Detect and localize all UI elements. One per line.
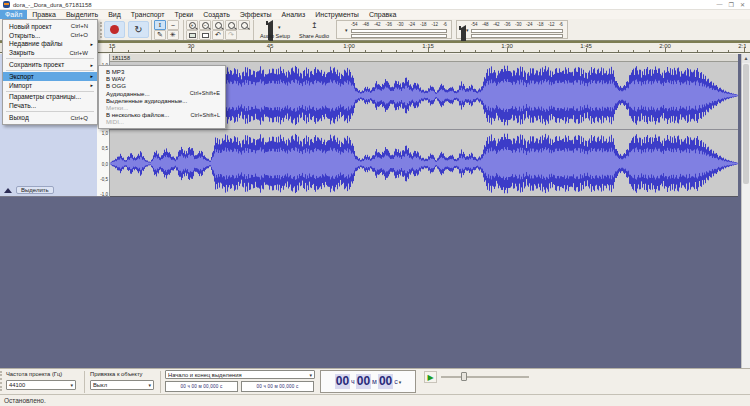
multi-tool-button[interactable]: ✳ <box>167 30 179 40</box>
menubar-item-5[interactable]: Треки <box>170 10 199 19</box>
file-menu-item-8[interactable]: Печать... <box>3 101 97 110</box>
window-title: dora_-_Dora_dura_67181158 <box>13 2 92 8</box>
export-submenu-item-1[interactable]: В WAV <box>99 75 225 82</box>
export-submenu-item-5: Метки... <box>99 104 225 111</box>
track-select-button[interactable]: Выделить <box>16 186 54 194</box>
playback-meter-bar-right <box>471 34 563 38</box>
vertical-scrollbar[interactable]: ▲ <box>741 54 750 368</box>
maximize-button[interactable]: ❐ <box>729 1 734 8</box>
loop-button[interactable]: ↻ <box>128 21 149 38</box>
zoom-out-icon: − <box>202 22 209 29</box>
zoom-selection-button[interactable] <box>212 20 224 30</box>
export-submenu: В MP3В WAVВ OGGАудиоданные...Ctrl+Shift+… <box>98 65 226 129</box>
record-button[interactable] <box>104 21 125 38</box>
status-text: Остановлено. <box>4 397 46 404</box>
file-menu-item-0[interactable]: Новый проектCtrl+N <box>3 22 97 31</box>
menubar-item-10[interactable]: Справка <box>364 10 401 19</box>
zoom-toggle-button[interactable] <box>238 20 250 30</box>
ibeam-icon: I <box>159 21 161 29</box>
playback-meter[interactable]: ▾ -54-48-42-36-30-24-18-12-6 <box>456 20 568 39</box>
file-menu-item-9[interactable]: ВыходCtrl+Q <box>3 113 97 122</box>
recording-meter-bar-right <box>351 34 447 38</box>
playback-meter-scale: -54-48-42-36-30-24-18-12-6 <box>471 22 563 27</box>
menubar-item-3[interactable]: Вид <box>103 10 126 19</box>
file-menu-item-1[interactable]: Открыть...Ctrl+O <box>3 31 97 40</box>
undo-icon: ↶ <box>215 31 221 39</box>
share-audio-button[interactable]: ↥ Share Audio <box>296 20 332 40</box>
play-icon: ▶ <box>427 373 433 382</box>
title-bar: dora_-_Dora_dura_67181158 — ❐ ✕ <box>0 0 750 10</box>
selection-tool-button[interactable]: I <box>154 20 166 30</box>
close-button[interactable]: ✕ <box>740 1 745 8</box>
undo-button[interactable]: ↶ <box>212 30 224 40</box>
selection-start-field[interactable]: 00 ч 00 м 00,000 с <box>165 381 238 392</box>
audacity-logo-icon <box>3 1 10 8</box>
menubar-item-2[interactable]: Выделить <box>61 10 103 19</box>
export-submenu-item-3[interactable]: Аудиоданные...Ctrl+Shift+E <box>99 90 225 97</box>
file-menu-item-5[interactable]: Экспорт▸ <box>3 72 97 81</box>
export-submenu-item-4[interactable]: Выделенные аудиоданные... <box>99 97 225 104</box>
loop-icon: ↻ <box>134 25 142 35</box>
export-submenu-item-6[interactable]: В несколько файлов...Ctrl+Shift+L <box>99 111 225 118</box>
scroll-up-arrow-icon[interactable]: ▲ <box>742 54 750 63</box>
audio-setup-button[interactable]: ▾ Audio Setup <box>256 20 294 40</box>
recording-meter[interactable]: ▾ -54-48-42-36-30-24-18-12-6 <box>336 20 452 39</box>
menubar-item-0[interactable]: Файл <box>0 10 27 19</box>
export-submenu-item-0[interactable]: В MP3 <box>99 68 225 75</box>
chevron-down-icon: ▾ <box>399 379 402 385</box>
collapse-triangle-icon[interactable] <box>4 188 12 193</box>
zoom-project-button[interactable] <box>225 20 237 30</box>
redo-icon: ↷ <box>228 31 234 39</box>
menubar-item-9[interactable]: Инструменты <box>310 10 364 19</box>
file-menu-item-6[interactable]: Импорт▸ <box>3 81 97 90</box>
selection-end-field[interactable]: 00 ч 00 м 00,000 с <box>241 381 314 392</box>
timeline-scale[interactable]: 1530451:001:151:301:452:002:15 <box>97 43 746 52</box>
minimize-button[interactable]: — <box>717 1 723 8</box>
zoom-in-icon: + <box>189 22 196 29</box>
menubar-item-4[interactable]: Транспорт <box>126 10 170 19</box>
chevron-down-icon: ▾ <box>148 382 151 388</box>
redo-button[interactable]: ↷ <box>225 30 237 40</box>
file-menu-item-3[interactable]: ЗакрытьCtrl+W <box>3 48 97 57</box>
recording-meter-bar-left <box>351 29 447 33</box>
menubar-item-8[interactable]: Анализ <box>277 10 311 19</box>
project-rate-label: Частота проекта (Гц) <box>6 371 62 377</box>
record-icon <box>110 25 119 34</box>
silence-icon <box>202 33 209 38</box>
draw-tool-button[interactable]: ✎ <box>154 30 166 40</box>
window-controls: — ❐ ✕ <box>717 1 750 8</box>
menu-bar: ФайлПравкаВыделитьВидТранспортТрекиСозда… <box>0 10 750 19</box>
main-toolbar: ↻ I ~ ✎ ✳ + − ↶ ↷ ▾ Audio Setup ↥ Share … <box>0 19 750 41</box>
zoom-project-icon <box>228 22 235 29</box>
zoom-toggle-icon <box>241 22 248 29</box>
menubar-item-1[interactable]: Правка <box>27 10 61 19</box>
scrollbar-thumb[interactable] <box>743 64 749 184</box>
trim-audio-button[interactable] <box>186 30 198 40</box>
slider-thumb[interactable] <box>461 372 467 381</box>
zoom-out-button[interactable]: − <box>199 20 211 30</box>
file-menu-item-4[interactable]: Сохранить проект▸ <box>3 60 97 69</box>
project-rate-select[interactable]: 44100▾ <box>6 380 76 390</box>
export-submenu-item-2[interactable]: В OGG <box>99 82 225 89</box>
snap-label: Привязка к объекту <box>90 371 143 377</box>
timeline-ruler[interactable]: 1530451:001:151:301:452:002:15 <box>0 41 750 53</box>
play-at-speed-button[interactable]: ▶ <box>424 371 437 383</box>
clip-header[interactable]: 181158 <box>110 54 738 62</box>
audio-position-display[interactable]: 00 ч 00 м 00 с ▾ <box>320 370 416 393</box>
silence-audio-button[interactable] <box>199 30 211 40</box>
menubar-item-7[interactable]: Эффекты <box>235 10 277 19</box>
playback-speed-slider[interactable] <box>441 376 529 378</box>
envelope-icon: ~ <box>171 22 175 29</box>
upload-icon: ↥ <box>311 21 318 30</box>
envelope-tool-button[interactable]: ~ <box>167 20 179 30</box>
zoom-in-button[interactable]: + <box>186 20 198 30</box>
transport-grip[interactable] <box>100 22 102 38</box>
file-menu-item-7[interactable]: Параметры страницы... <box>3 93 97 102</box>
file-menu-item-2[interactable]: Недавние файлы▸ <box>3 40 97 49</box>
waveform-channel-2[interactable] <box>110 130 738 197</box>
selection-mode-select[interactable]: Начало и конец выделения▾ <box>165 370 315 379</box>
menubar-item-6[interactable]: Создать <box>198 10 235 19</box>
chevron-down-icon: ▾ <box>345 27 348 33</box>
clip-name: 181158 <box>112 55 130 61</box>
snap-select[interactable]: Выкл▾ <box>90 380 154 390</box>
